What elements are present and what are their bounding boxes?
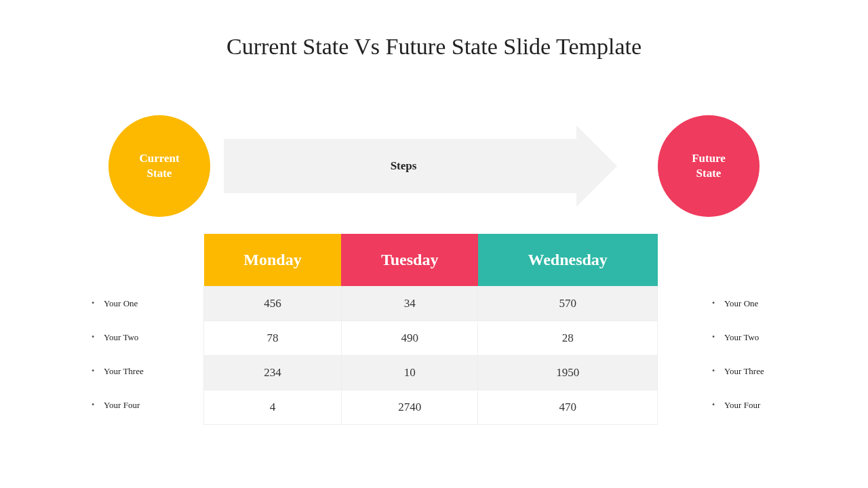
list-item: Your Three (92, 366, 193, 377)
list-item: Your Two (92, 332, 193, 343)
cell: 234 (204, 356, 342, 390)
list-item: Your One (712, 298, 814, 309)
col-header-wednesday: Wednesday (478, 234, 658, 287)
steps-arrow: Steps (224, 139, 617, 193)
list-item: Your Four (92, 400, 193, 411)
future-state-label: Future State (692, 151, 726, 181)
cell: 78 (204, 321, 342, 356)
right-bullet-list: Your One Your Two Your Three Your Four (712, 298, 814, 434)
cell: 490 (341, 321, 477, 356)
table-row: 4 2740 470 (204, 390, 658, 425)
steps-data-table: Monday Tuesday Wednesday 456 34 570 78 4… (203, 234, 658, 425)
table-row: 78 490 28 (204, 321, 658, 356)
cell: 570 (478, 287, 658, 321)
cell: 2740 (341, 390, 477, 425)
cell: 34 (341, 287, 477, 321)
list-item: Your Four (712, 400, 814, 411)
table-header-row: Monday Tuesday Wednesday (204, 234, 658, 287)
col-header-monday: Monday (204, 234, 342, 287)
cell: 4 (204, 390, 342, 425)
current-state-circle: Current State (108, 115, 210, 217)
cell: 456 (204, 287, 342, 321)
arrow-head-icon (576, 125, 617, 207)
table-row: 456 34 570 (204, 287, 658, 321)
left-bullet-list: Your One Your Two Your Three Your Four (92, 298, 193, 434)
cell: 10 (341, 356, 477, 390)
list-item: Your Two (712, 332, 814, 343)
future-state-circle: Future State (658, 115, 760, 217)
list-item: Your Three (712, 366, 814, 377)
current-state-label: Current State (139, 151, 179, 181)
page-title: Current State Vs Future State Slide Temp… (0, 34, 868, 60)
cell: 1950 (478, 356, 658, 390)
cell: 470 (478, 390, 658, 425)
table-row: 234 10 1950 (204, 356, 658, 390)
col-header-tuesday: Tuesday (341, 234, 477, 287)
arrow-label: Steps (391, 159, 417, 173)
cell: 28 (478, 321, 658, 356)
list-item: Your One (92, 298, 193, 309)
arrow-body: Steps (224, 139, 583, 193)
